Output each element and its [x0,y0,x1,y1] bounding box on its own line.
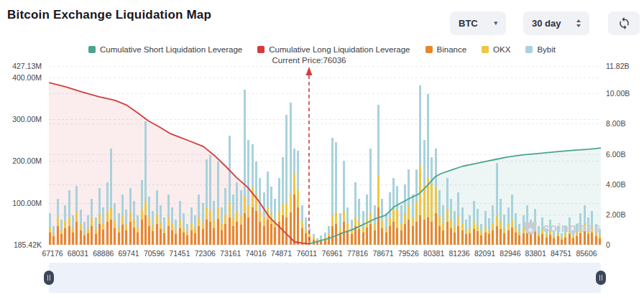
liquidation-bar[interactable] [412,194,414,245]
liquidation-bar[interactable] [465,220,467,245]
liquidation-bar[interactable] [492,205,494,245]
liquidation-bar[interactable] [335,142,337,245]
liquidation-bar[interactable] [274,199,276,245]
liquidation-bar[interactable] [324,233,326,245]
liquidation-bar[interactable] [163,217,165,245]
legend-item-cumulative-long-liquidation-leverage[interactable]: Cumulative Long Liquidation Leverage [257,45,410,54]
liquidation-bar[interactable] [68,190,70,245]
liquidation-bar[interactable] [221,207,223,245]
liquidation-bar[interactable] [244,90,246,245]
liquidation-bar[interactable] [354,182,356,245]
liquidation-bar[interactable] [366,194,368,245]
liquidation-bar[interactable] [331,138,334,245]
liquidation-bar[interactable] [362,211,364,245]
liquidation-bar[interactable] [343,161,345,245]
liquidation-bar[interactable] [57,199,59,245]
liquidation-bar[interactable] [259,178,261,245]
liquidation-bar[interactable] [438,190,441,245]
liquidation-bar[interactable] [450,199,452,245]
liquidation-bar[interactable] [91,199,93,245]
liquidation-bar[interactable] [423,140,426,245]
liquidation-bar[interactable] [313,234,315,245]
liquidation-bar[interactable] [461,207,464,245]
liquidation-bar[interactable] [72,215,74,245]
liquidation-bar[interactable] [415,169,418,245]
liquidation-bar[interactable] [129,188,132,245]
liquidation-bar[interactable] [435,149,437,245]
liquidation-bar[interactable] [518,224,520,245]
liquidation-bar[interactable] [148,197,150,245]
liquidation-bar[interactable] [75,186,78,245]
liquidation-bar[interactable] [278,178,280,245]
liquidation-bar[interactable] [507,207,510,245]
liquidation-bar[interactable] [270,187,272,245]
legend-item-binance[interactable]: Binance [426,45,467,54]
liquidation-bar[interactable] [114,203,116,245]
liquidation-bar[interactable] [232,194,234,245]
liquidation-bar[interactable] [484,211,487,245]
liquidation-bar[interactable] [229,136,231,245]
liquidation-bar[interactable] [263,192,265,245]
legend-item-bybit[interactable]: Bybit [525,45,556,54]
liquidation-bar[interactable] [224,188,226,245]
liquidation-bar[interactable] [285,115,288,245]
liquidation-bar[interactable] [469,215,471,245]
liquidation-bar[interactable] [454,211,456,245]
liquidation-bar[interactable] [186,224,188,245]
liquidation-bar[interactable] [396,186,398,245]
liquidation-bar[interactable] [419,85,421,245]
period-select[interactable]: 30 day [523,11,589,35]
liquidation-bar[interactable] [49,213,51,245]
liquidation-bar[interactable] [60,220,63,245]
liquidation-bar[interactable] [389,192,391,245]
liquidation-bar[interactable] [457,192,459,245]
liquidation-bar[interactable] [473,201,475,245]
liquidation-bar[interactable] [167,194,170,245]
liquidation-bar[interactable] [110,149,112,245]
liquidation-bar[interactable] [118,213,120,245]
liquidation-bar[interactable] [503,215,505,245]
liquidation-bar[interactable] [160,205,162,245]
liquidation-bar[interactable] [217,161,219,245]
liquidation-bar[interactable] [320,235,322,245]
liquidation-bar[interactable] [194,215,196,245]
liquidation-bar[interactable] [125,210,127,245]
liquidation-bar[interactable] [305,217,307,245]
liquidation-bar[interactable] [206,159,208,245]
legend-item-okx[interactable]: OKX [482,45,510,54]
liquidation-bar[interactable] [515,213,517,245]
liquidation-bar[interactable] [52,226,55,245]
liquidation-bar[interactable] [385,213,387,245]
liquidation-bar[interactable] [480,224,482,245]
liquidation-bar[interactable] [144,121,147,245]
liquidation-bar[interactable] [358,199,360,245]
liquidation-bar[interactable] [500,199,502,245]
slider-left-handle[interactable] [44,271,54,285]
liquidation-bar[interactable] [252,144,254,245]
liquidation-bar[interactable] [255,161,257,245]
liquidation-bar[interactable] [202,203,204,245]
refresh-button[interactable] [608,11,640,35]
liquidation-bar[interactable] [209,155,211,245]
liquidation-bar[interactable] [183,213,185,245]
liquidation-bar[interactable] [179,201,181,245]
liquidation-bar[interactable] [83,222,86,245]
liquidation-bar[interactable] [308,228,310,245]
liquidation-bar[interactable] [316,238,318,245]
liquidation-bar[interactable] [106,182,109,245]
liquidation-bar[interactable] [141,180,143,245]
liquidation-bar[interactable] [236,182,238,245]
liquidation-bar[interactable] [381,199,383,245]
liquidation-bar[interactable] [198,194,200,245]
liquidation-bar[interactable] [102,207,104,245]
liquidation-bar[interactable] [339,213,341,245]
liquidation-bar[interactable] [80,210,82,245]
liquidation-bar[interactable] [213,201,215,245]
liquidation-bar[interactable] [427,94,429,245]
liquidation-bar[interactable] [301,205,303,245]
liquidation-bar[interactable] [247,140,249,245]
liquidation-bar[interactable] [377,105,380,245]
liquidation-bar[interactable] [431,157,433,245]
liquidation-bar[interactable] [293,149,295,245]
zoom-range-slider[interactable] [49,263,601,293]
